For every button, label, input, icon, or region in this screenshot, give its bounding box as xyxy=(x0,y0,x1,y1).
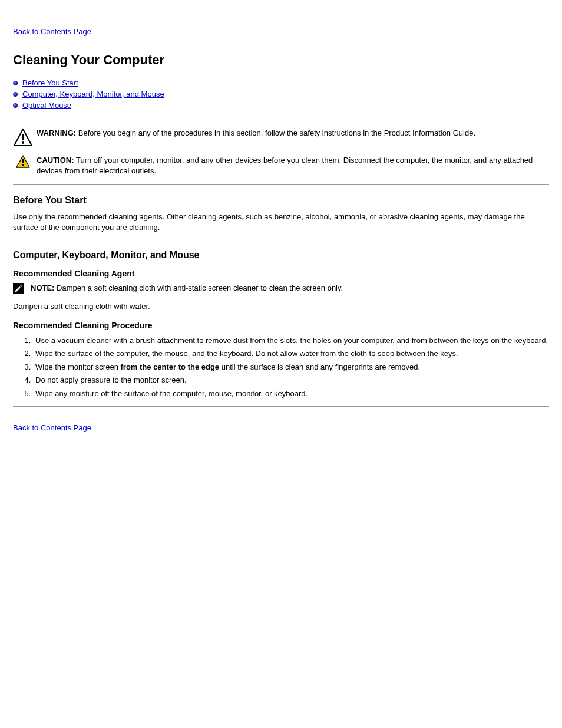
page-title: Cleaning Your Computer xyxy=(13,52,549,68)
back-to-contents-link-top[interactable]: Back to Contents Page xyxy=(13,27,91,36)
bullet-icon xyxy=(13,81,18,85)
nav-item-before-you-start[interactable]: Before You Start xyxy=(13,78,549,87)
nav-link-computer-keyboard[interactable]: Computer, Keyboard, Monitor, and Mouse xyxy=(22,90,164,98)
heading-before-you-start: Before You Start xyxy=(13,195,549,206)
warning-body: Before you begin any of the procedures i… xyxy=(78,129,475,137)
divider xyxy=(13,239,549,239)
note-text: NOTE: Dampen a soft cleaning cloth with … xyxy=(31,283,343,294)
note-lead: NOTE: xyxy=(31,284,54,292)
step-5: Wipe any moisture off the surface of the… xyxy=(33,388,549,400)
before-you-start-body: Use only the recommended cleaning agents… xyxy=(13,212,549,233)
caution-body: Turn off your computer, monitor, and any… xyxy=(37,156,533,175)
subheading-cleaning-procedure: Recommended Cleaning Procedure xyxy=(13,321,549,330)
warning-lead: WARNING: xyxy=(37,129,76,137)
step-3: Wipe the monitor screen from the center … xyxy=(33,361,549,373)
svg-point-8 xyxy=(22,164,24,166)
svg-rect-7 xyxy=(22,159,24,163)
svg-point-1 xyxy=(13,92,18,97)
warning-text: WARNING: Before you begin any of the pro… xyxy=(37,128,475,139)
bullet-icon xyxy=(13,92,18,97)
note-callout: NOTE: Dampen a soft cleaning cloth with … xyxy=(13,283,549,295)
caution-icon xyxy=(13,155,33,168)
svg-point-5 xyxy=(22,141,24,144)
svg-point-0 xyxy=(13,81,18,85)
caution-callout: CAUTION: Turn off your computer, monitor… xyxy=(13,155,549,176)
divider xyxy=(13,118,549,118)
nav-item-computer-keyboard[interactable]: Computer, Keyboard, Monitor, and Mouse xyxy=(13,90,549,98)
step-4: Do not apply pressure to the monitor scr… xyxy=(33,374,549,386)
step-2: Wipe the surface of the computer, the mo… xyxy=(33,348,549,360)
note-icon xyxy=(13,283,28,295)
warning-icon xyxy=(13,128,33,147)
cleaning-agent-body: Dampen a soft cleaning cloth with water. xyxy=(13,301,549,312)
note-body: Dampen a soft cleaning cloth with anti-s… xyxy=(57,284,343,292)
procedure-steps: Use a vacuum cleaner with a brush attach… xyxy=(13,335,549,400)
caution-text: CAUTION: Turn off your computer, monitor… xyxy=(37,155,549,176)
subheading-cleaning-agent: Recommended Cleaning Agent xyxy=(13,269,549,278)
nav-item-optical-mouse[interactable]: Optical Mouse xyxy=(13,101,549,110)
divider xyxy=(13,184,549,185)
nav-link-optical-mouse[interactable]: Optical Mouse xyxy=(22,101,71,110)
nav-link-before-you-start[interactable]: Before You Start xyxy=(22,78,78,87)
svg-point-2 xyxy=(13,103,18,108)
warning-callout: WARNING: Before you begin any of the pro… xyxy=(13,128,549,147)
heading-computer-keyboard: Computer, Keyboard, Monitor, and Mouse xyxy=(13,250,549,261)
back-to-contents-link-bottom[interactable]: Back to Contents Page xyxy=(13,423,91,432)
caution-lead: CAUTION: xyxy=(37,156,74,164)
step-1: Use a vacuum cleaner with a brush attach… xyxy=(33,335,549,347)
divider xyxy=(13,406,549,407)
svg-rect-4 xyxy=(22,134,24,140)
in-page-nav: Before You Start Computer, Keyboard, Mon… xyxy=(13,78,549,110)
bullet-icon xyxy=(13,103,18,108)
